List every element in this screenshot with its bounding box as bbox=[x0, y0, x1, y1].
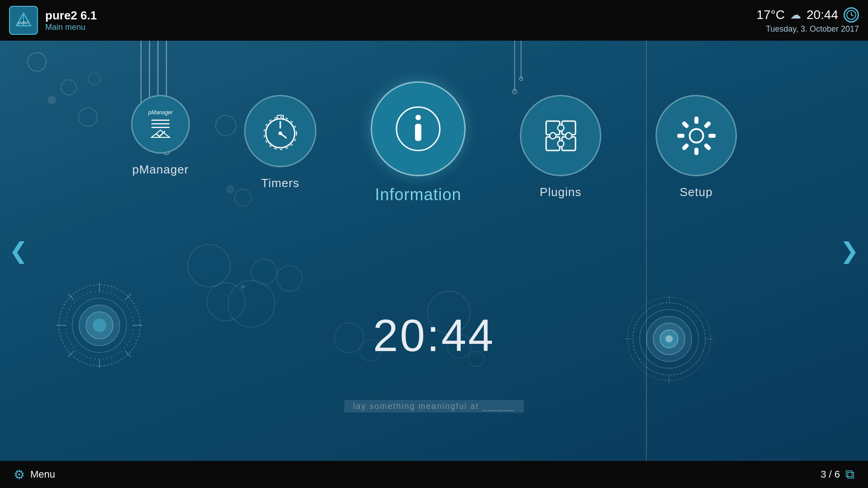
svg-point-24 bbox=[88, 73, 100, 84]
app-name: pure2 6.1 bbox=[45, 9, 97, 23]
clock-icon bbox=[844, 7, 859, 23]
svg-point-83 bbox=[566, 132, 572, 139]
menu-item-timers[interactable]: Timers bbox=[244, 95, 316, 190]
weather-temp: 17°C bbox=[756, 8, 785, 22]
plugins-label: Plugins bbox=[540, 185, 581, 199]
svg-point-60 bbox=[665, 335, 673, 343]
pmanager-text-label: pManager bbox=[148, 109, 173, 116]
svg-rect-89 bbox=[677, 134, 684, 138]
svg-point-18 bbox=[513, 89, 517, 94]
svg-point-29 bbox=[188, 244, 230, 287]
menu-item-plugins[interactable]: Plugins bbox=[520, 95, 601, 199]
header-right: 17°C ☁ 20:44 Tuesday, 3. October 2017 bbox=[756, 7, 859, 34]
gear-decoration-right bbox=[624, 294, 714, 384]
setup-label: Setup bbox=[680, 185, 713, 199]
header-top-row: 17°C ☁ 20:44 bbox=[756, 7, 859, 23]
svg-point-45 bbox=[93, 319, 106, 332]
plugins-circle bbox=[520, 95, 601, 176]
svg-rect-90 bbox=[708, 134, 716, 138]
svg-point-22 bbox=[61, 80, 76, 95]
setup-circle bbox=[656, 95, 737, 176]
svg-rect-92 bbox=[681, 143, 689, 151]
date-text: Tuesday, 3. October 2017 bbox=[766, 24, 859, 34]
menu-item-pmanager[interactable]: pManager pManager bbox=[131, 95, 190, 177]
header-left: pure2 pure2 6.1 Main menu bbox=[9, 6, 97, 35]
nav-arrow-left[interactable]: ❮ bbox=[9, 238, 28, 264]
svg-point-31 bbox=[251, 259, 277, 285]
footer-menu-label: Menu bbox=[30, 469, 55, 480]
svg-point-32 bbox=[207, 282, 245, 321]
pmanager-circle: pManager bbox=[131, 95, 190, 154]
scroll-text: lay something meaningful at ______ bbox=[344, 402, 524, 411]
app-logo: pure2 bbox=[9, 6, 38, 35]
gear-decoration-left bbox=[54, 280, 145, 371]
svg-point-33 bbox=[228, 281, 274, 327]
information-circle bbox=[371, 81, 466, 176]
svg-point-76 bbox=[415, 115, 421, 120]
footer-left[interactable]: ⚙ Menu bbox=[14, 467, 55, 482]
menu-item-setup[interactable]: Setup bbox=[656, 95, 737, 199]
svg-point-19 bbox=[519, 77, 523, 81]
svg-rect-94 bbox=[703, 143, 712, 151]
svg-text:pure2: pure2 bbox=[18, 20, 28, 25]
information-label: Information bbox=[375, 185, 461, 204]
menu-items-container: pManager pManager bbox=[0, 95, 868, 204]
nav-arrow-right[interactable]: ❯ bbox=[840, 238, 859, 264]
svg-rect-77 bbox=[415, 124, 421, 141]
timers-circle bbox=[244, 95, 316, 167]
svg-line-7 bbox=[851, 15, 853, 16]
svg-point-84 bbox=[557, 141, 564, 147]
svg-rect-87 bbox=[694, 117, 698, 124]
svg-point-82 bbox=[557, 125, 564, 131]
footer-right: 3 / 6 ⧉ bbox=[821, 467, 854, 482]
clock-display: 20:44 bbox=[373, 310, 495, 361]
svg-point-35 bbox=[277, 266, 302, 291]
svg-point-86 bbox=[689, 129, 703, 142]
footer: ⚙ Menu 3 / 6 ⧉ bbox=[0, 461, 868, 488]
footer-pages: 3 / 6 bbox=[821, 469, 840, 480]
svg-line-53 bbox=[125, 294, 131, 300]
svg-rect-88 bbox=[694, 148, 698, 155]
svg-point-36 bbox=[334, 323, 364, 353]
menu-item-information[interactable]: Information bbox=[371, 81, 466, 204]
main-content: ❮ ❯ pManager pManager bbox=[0, 41, 868, 461]
footer-gear-icon: ⚙ bbox=[14, 467, 25, 482]
svg-point-21 bbox=[28, 52, 46, 71]
svg-rect-91 bbox=[703, 121, 712, 129]
pages-icon: ⧉ bbox=[845, 467, 854, 482]
app-subtitle: Main menu bbox=[45, 23, 97, 32]
svg-line-51 bbox=[125, 351, 131, 357]
pmanager-label: pManager bbox=[132, 163, 189, 177]
header-clock-time: 20:44 bbox=[807, 8, 838, 22]
svg-rect-93 bbox=[681, 121, 689, 129]
timers-label: Timers bbox=[261, 176, 299, 190]
weather-icon: ☁ bbox=[790, 9, 801, 21]
header: pure2 pure2 6.1 Main menu 17°C ☁ 20:44 T… bbox=[0, 0, 868, 41]
svg-point-30 bbox=[241, 285, 245, 289]
svg-point-85 bbox=[550, 132, 556, 139]
app-title: pure2 6.1 Main menu bbox=[45, 9, 97, 32]
svg-point-72 bbox=[278, 131, 282, 135]
